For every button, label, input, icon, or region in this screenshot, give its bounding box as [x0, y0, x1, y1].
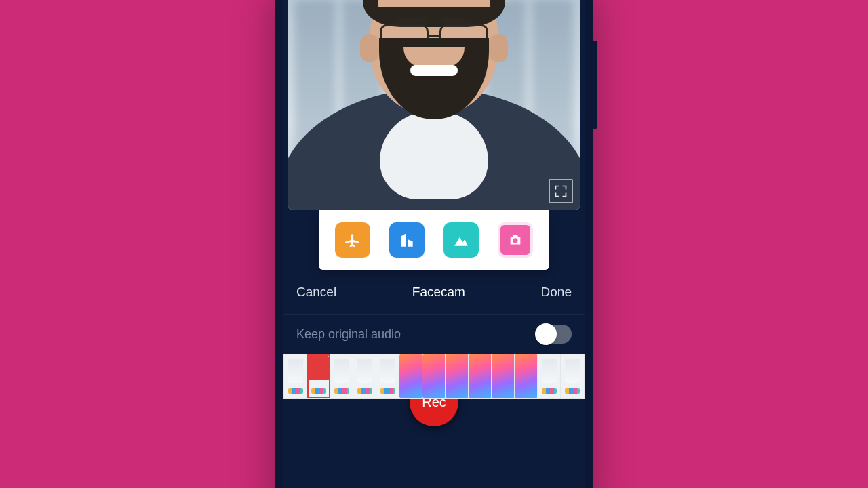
expand-preview-button[interactable]: [549, 179, 573, 203]
app-screen: Cancel Facecam Done Keep original audio …: [283, 0, 585, 488]
timeline-clip[interactable]: [538, 354, 561, 398]
timeline-clip[interactable]: [561, 354, 584, 398]
timeline-clip[interactable]: [469, 354, 492, 398]
app-frame: Cancel Facecam Done Keep original audio …: [0, 0, 868, 488]
landscape-icon: [452, 231, 470, 249]
timeline-clip[interactable]: [515, 354, 538, 398]
timeline-clip[interactable]: [446, 354, 469, 398]
expand-icon: [554, 184, 568, 198]
preview-subject: [312, 0, 556, 210]
background-tray: [319, 210, 549, 270]
timeline-clip[interactable]: [353, 354, 376, 398]
camera-icon: [508, 232, 523, 247]
airplane-icon: [344, 231, 361, 249]
audio-row: Keep original audio: [283, 314, 585, 353]
timeline-clip[interactable]: [307, 354, 330, 398]
timeline-clip[interactable]: [399, 354, 422, 398]
phone-body: Cancel Facecam Done Keep original audio …: [275, 0, 593, 488]
bg-option-landscape[interactable]: [443, 222, 479, 258]
timeline-clip[interactable]: [284, 354, 307, 398]
timeline-clip[interactable]: [492, 354, 515, 398]
timeline-clip[interactable]: [422, 354, 446, 398]
timeline-clip[interactable]: [330, 354, 353, 398]
building-icon: [398, 231, 416, 249]
keep-audio-toggle[interactable]: [536, 325, 572, 344]
timeline-clip[interactable]: [376, 354, 399, 398]
cancel-button[interactable]: Cancel: [296, 285, 336, 300]
editor-title: Facecam: [412, 285, 465, 300]
done-button[interactable]: Done: [541, 285, 572, 300]
record-area: Rec: [283, 398, 585, 488]
video-timeline[interactable]: [284, 354, 584, 398]
bg-option-building[interactable]: [389, 222, 425, 258]
editor-header: Cancel Facecam Done: [283, 270, 585, 314]
bg-option-camera[interactable]: [498, 222, 533, 258]
bg-option-airplane[interactable]: [335, 222, 370, 258]
camera-preview: [288, 0, 580, 210]
audio-label: Keep original audio: [296, 327, 401, 342]
toggle-knob: [535, 323, 557, 345]
